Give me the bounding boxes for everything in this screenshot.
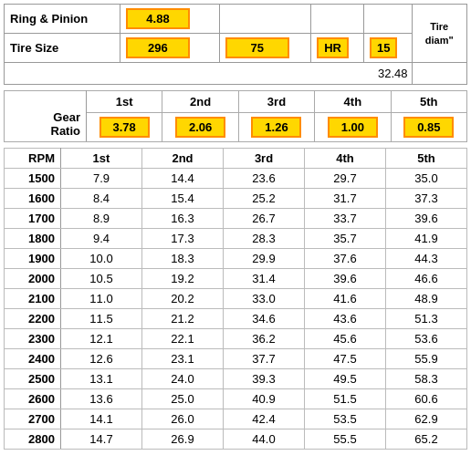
rpm-speed-cell: 45.6 xyxy=(305,329,386,349)
rpm-speed-cell: 47.5 xyxy=(305,349,386,369)
rpm-header-2nd: 2nd xyxy=(142,149,224,169)
rpm-speed-cell: 31.4 xyxy=(224,269,305,289)
rpm-speed-cell: 26.9 xyxy=(142,429,224,450)
rpm-speed-cell: 7.9 xyxy=(61,169,142,189)
tire-size-val4-cell: 15 xyxy=(363,34,412,63)
gear-header-2nd: 2nd xyxy=(162,91,238,113)
rpm-speed-cell: 49.5 xyxy=(305,369,386,389)
rpm-data-row: 230012.122.136.245.653.6 xyxy=(5,329,467,349)
rpm-speed-cell: 19.2 xyxy=(142,269,224,289)
rpm-speed-cell: 12.1 xyxy=(61,329,142,349)
rpm-speed-cell: 29.7 xyxy=(305,169,386,189)
rpm-value: 2000 xyxy=(5,269,61,289)
gear-input-5[interactable]: 0.85 xyxy=(403,117,454,138)
gear-val-3: 1.26 xyxy=(238,113,314,142)
rpm-value: 2800 xyxy=(5,429,61,450)
rpm-value: 2200 xyxy=(5,309,61,329)
ring-pinion-empty xyxy=(219,5,310,34)
rpm-speed-cell: 53.5 xyxy=(305,409,386,429)
rpm-speed-cell: 11.5 xyxy=(61,309,142,329)
rpm-speed-cell: 20.2 xyxy=(142,289,224,309)
rpm-speed-cell: 39.3 xyxy=(224,369,305,389)
rpm-value: 1500 xyxy=(5,169,61,189)
ring-pinion-empty2 xyxy=(311,5,364,34)
gear-val-2: 2.06 xyxy=(162,113,238,142)
rpm-data-row: 16008.415.425.231.737.3 xyxy=(5,189,467,209)
rpm-speed-cell: 14.1 xyxy=(61,409,142,429)
tire-diam-value: 32.48 xyxy=(5,63,413,85)
rpm-speed-cell: 16.3 xyxy=(142,209,224,229)
rpm-speed-cell: 26.7 xyxy=(224,209,305,229)
rpm-speed-cell: 17.3 xyxy=(142,229,224,249)
rpm-speed-cell: 8.4 xyxy=(61,189,142,209)
rpm-speed-cell: 23.1 xyxy=(142,349,224,369)
rpm-value: 2600 xyxy=(5,389,61,409)
rpm-value: 2100 xyxy=(5,289,61,309)
ring-pinion-label: Ring & Pinion xyxy=(5,5,120,34)
rpm-speed-cell: 44.3 xyxy=(386,249,467,269)
rpm-data-row: 17008.916.326.733.739.6 xyxy=(5,209,467,229)
rpm-speed-cell: 39.6 xyxy=(386,209,467,229)
rpm-col-label: RPM xyxy=(5,149,61,169)
rpm-speed-cell: 35.0 xyxy=(386,169,467,189)
tire-size-hr[interactable]: HR xyxy=(317,37,349,58)
rpm-speed-cell: 33.7 xyxy=(305,209,386,229)
rpm-speed-cell: 60.6 xyxy=(386,389,467,409)
rpm-speed-cell: 41.6 xyxy=(305,289,386,309)
rpm-data-row: 280014.726.944.055.565.2 xyxy=(5,429,467,450)
rpm-speed-cell: 21.2 xyxy=(142,309,224,329)
rpm-speed-cell: 10.0 xyxy=(61,249,142,269)
rpm-value: 2400 xyxy=(5,349,61,369)
rpm-speed-cell: 37.6 xyxy=(305,249,386,269)
rpm-speed-cell: 62.9 xyxy=(386,409,467,429)
rpm-data-row: 18009.417.328.335.741.9 xyxy=(5,229,467,249)
gear-header-3rd: 3rd xyxy=(238,91,314,113)
rpm-speed-cell: 28.3 xyxy=(224,229,305,249)
tire-size-val2[interactable]: 75 xyxy=(225,37,289,58)
rpm-value: 1600 xyxy=(5,189,61,209)
rpm-speed-cell: 55.9 xyxy=(386,349,467,369)
gear-input-1[interactable]: 3.78 xyxy=(99,117,150,138)
ring-pinion-table: Ring & Pinion 4.88 Tirediam" Tire Size 2… xyxy=(4,4,467,85)
rpm-speed-cell: 36.2 xyxy=(224,329,305,349)
rpm-speed-cell: 13.6 xyxy=(61,389,142,409)
gear-ratio-label: Gear Ratio xyxy=(5,91,87,142)
gear-header-1st: 1st xyxy=(87,91,162,113)
gear-input-4[interactable]: 1.00 xyxy=(328,117,378,138)
rpm-speed-cell: 24.0 xyxy=(142,369,224,389)
rpm-speed-cell: 41.9 xyxy=(386,229,467,249)
rpm-data-row: 210011.020.233.041.648.9 xyxy=(5,289,467,309)
rpm-header-row: RPM 1st 2nd 3rd 4th 5th xyxy=(5,149,467,169)
rpm-speed-cell: 58.3 xyxy=(386,369,467,389)
tire-size-val1[interactable]: 296 xyxy=(126,37,190,58)
rpm-data-row: 190010.018.329.937.644.3 xyxy=(5,249,467,269)
gear-input-2[interactable]: 2.06 xyxy=(175,117,225,138)
gear-val-5: 0.85 xyxy=(391,113,466,142)
rpm-speed-cell: 37.7 xyxy=(224,349,305,369)
ring-pinion-row: Ring & Pinion 4.88 Tirediam" xyxy=(5,5,467,34)
tire-size-label: Tire Size xyxy=(5,34,120,63)
tire-size-row: Tire Size 296 75 HR 15 xyxy=(5,34,467,63)
rpm-header-1st: 1st xyxy=(61,149,142,169)
rpm-value: 1700 xyxy=(5,209,61,229)
rpm-speed-cell: 31.7 xyxy=(305,189,386,209)
rpm-speed-cell: 23.6 xyxy=(224,169,305,189)
ring-pinion-input[interactable]: 4.88 xyxy=(126,8,190,29)
tire-size-val4[interactable]: 15 xyxy=(370,37,397,58)
tire-size-val2-cell: 75 xyxy=(219,34,310,63)
rpm-speed-cell: 18.3 xyxy=(142,249,224,269)
rpm-speed-cell: 37.3 xyxy=(386,189,467,209)
main-container: Ring & Pinion 4.88 Tirediam" Tire Size 2… xyxy=(0,0,471,453)
gear-val-4: 1.00 xyxy=(315,113,391,142)
rpm-speed-cell: 51.5 xyxy=(305,389,386,409)
rpm-data-row: 240012.623.137.747.555.9 xyxy=(5,349,467,369)
tire-diam-empty xyxy=(412,63,467,85)
rpm-speed-cell: 8.9 xyxy=(61,209,142,229)
gear-input-3[interactable]: 1.26 xyxy=(251,117,301,138)
rpm-speed-cell: 9.4 xyxy=(61,229,142,249)
rpm-data-row: 260013.625.040.951.560.6 xyxy=(5,389,467,409)
rpm-speed-cell: 46.6 xyxy=(386,269,467,289)
rpm-header-5th: 5th xyxy=(386,149,467,169)
rpm-speed-cell: 42.4 xyxy=(224,409,305,429)
rpm-speed-cell: 29.9 xyxy=(224,249,305,269)
